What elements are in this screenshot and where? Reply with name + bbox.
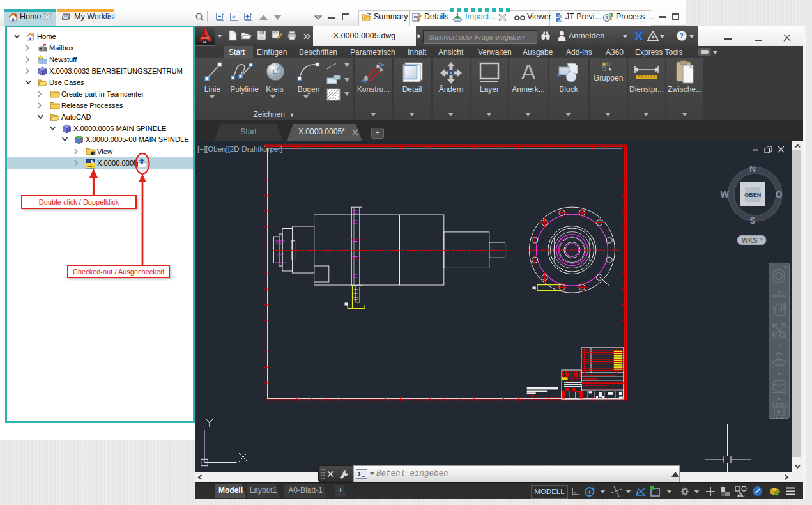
svg-text:[−][Oben][2D-Drahtkörper]: [−][Oben][2D-Drahtkörper]	[197, 145, 282, 153]
svg-text:OBEN: OBEN	[744, 192, 761, 198]
svg-text:WKS: WKS	[742, 237, 758, 244]
svg-text:?: ?	[680, 31, 684, 40]
svg-text:W: W	[720, 189, 729, 199]
svg-text:N: N	[749, 164, 756, 174]
svg-text:o: o	[742, 493, 745, 497]
svg-text:S: S	[749, 215, 755, 226]
svg-text:A: A	[521, 59, 536, 84]
svg-text:O: O	[776, 189, 783, 199]
